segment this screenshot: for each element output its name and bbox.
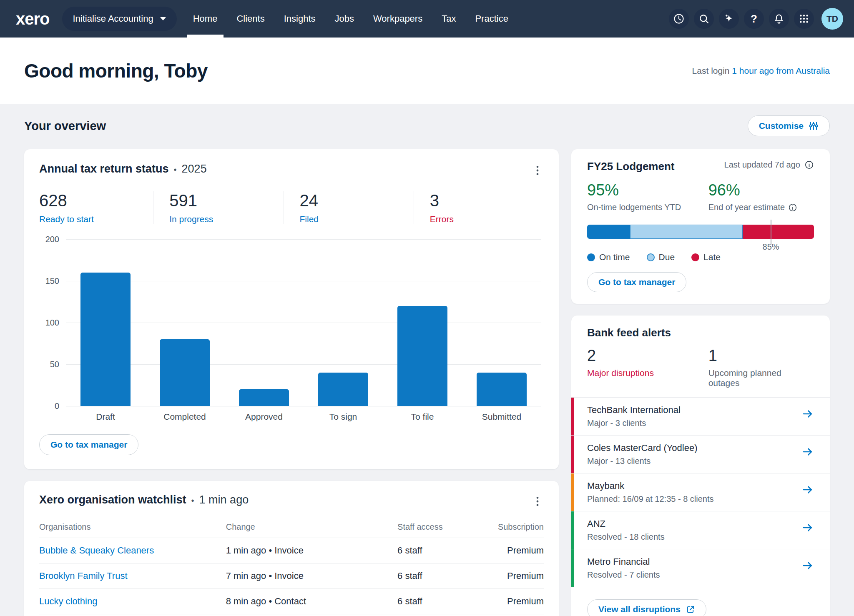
table-row: Lucky clothing 8 min ago • Contact 6 sta… — [39, 589, 544, 614]
annual-tax-return-card: Annual tax return status • 2025 628 — [24, 149, 559, 469]
bar-to-file[interactable] — [397, 306, 447, 406]
y-tick: 200 — [39, 235, 59, 244]
last-login-link[interactable]: 1 hour ago from Australia — [732, 66, 830, 75]
go-to-tax-manager-button[interactable]: Go to tax manager — [39, 434, 138, 455]
last-updated-text: Last updated 7d ago — [724, 160, 800, 170]
bar-to-sign[interactable] — [318, 373, 368, 406]
go-to-tax-manager-button[interactable]: Go to tax manager — [587, 272, 686, 292]
nav-item-clients[interactable]: Clients — [227, 0, 274, 38]
nav-item-home[interactable]: Home — [183, 0, 227, 38]
bar-draft[interactable] — [80, 273, 131, 406]
card-menu-kebab-icon[interactable] — [531, 163, 544, 180]
bank-feed-alerts-list: TechBank International Major - 3 clients… — [571, 397, 830, 587]
arrow-right-icon[interactable] — [801, 408, 814, 420]
user-avatar[interactable]: TD — [821, 8, 843, 30]
main-content: Your overview Customise Annual tax retur… — [0, 104, 854, 616]
apps-grid-icon[interactable] — [794, 9, 814, 29]
notifications-bell-icon[interactable] — [769, 9, 789, 29]
org-link[interactable]: Bubble & Squeaky Cleaners — [39, 545, 226, 556]
table-row: Bubble & Squeaky Cleaners 1 min ago • In… — [39, 538, 544, 563]
nav-item-practice[interactable]: Practice — [465, 0, 517, 38]
org-link[interactable]: Brooklyn Family Trust — [39, 571, 226, 581]
history-clock-icon[interactable] — [669, 9, 689, 29]
xero-logo[interactable]: xero — [16, 10, 50, 27]
last-login-prefix: Last login — [692, 66, 730, 75]
top-navigation-bar: xero Initialise Accounting Home Clients … — [0, 0, 854, 38]
card-period: 2025 — [182, 163, 207, 175]
y-tick: 50 — [39, 360, 59, 369]
arrow-right-icon[interactable] — [801, 521, 814, 534]
customise-button[interactable]: Customise — [748, 115, 830, 136]
stat-label-link[interactable]: Errors — [430, 214, 544, 224]
chart-bars — [66, 239, 541, 406]
tax-return-bar-chart: 200 150 100 50 0 — [39, 239, 544, 406]
bar-submitted[interactable] — [477, 373, 527, 406]
stat-end-of-year: 96% End of year estimate — [694, 181, 814, 212]
x-label: To sign — [304, 412, 383, 422]
org-selector-label: Initialise Accounting — [73, 13, 153, 24]
card-title: Annual tax return status — [39, 163, 169, 175]
stat-in-progress: 591 In progress — [153, 191, 283, 224]
x-label: Submitted — [462, 412, 541, 422]
segment-late — [743, 225, 814, 239]
org-link[interactable]: Lucky clothing — [39, 596, 226, 607]
subscription-cell: Premium — [468, 571, 544, 581]
search-icon[interactable] — [694, 9, 714, 29]
stat-label-link[interactable]: In progress — [169, 214, 283, 224]
alert-item-techbank[interactable]: TechBank International Major - 3 clients — [571, 398, 830, 435]
y-tick: 100 — [39, 318, 59, 328]
severity-bar — [571, 473, 574, 511]
card-menu-kebab-icon[interactable] — [531, 493, 544, 511]
alert-item-coles[interactable]: Coles MasterCard (Yodlee) Major - 13 cli… — [571, 435, 830, 473]
segment-due — [630, 225, 742, 239]
alert-item-anz[interactable]: ANZ Resolved - 18 clients — [571, 511, 830, 549]
card-updated: 1 min ago — [199, 493, 249, 506]
xero-dashboard: xero Initialise Accounting Home Clients … — [0, 0, 854, 616]
table-row: Brooklyn Family Trust 7 min ago • Invoic… — [39, 563, 544, 589]
alert-item-metro[interactable]: Metro Financial Resolved - 7 clients — [571, 549, 830, 587]
info-icon[interactable] — [804, 160, 814, 170]
stat-planned-outages: 1 Upcoming planned outages — [694, 347, 814, 388]
view-all-disruptions-button[interactable]: View all disruptions — [587, 599, 706, 616]
info-icon[interactable] — [788, 203, 797, 212]
arrow-right-icon[interactable] — [801, 559, 814, 572]
org-selector-dropdown[interactable]: Initialise Accounting — [62, 7, 177, 31]
card-title: Bank feed alerts — [587, 326, 671, 339]
nav-item-jobs[interactable]: Jobs — [325, 0, 364, 38]
stat-filed: 24 Filed — [284, 191, 414, 224]
legend-dot-due — [647, 253, 655, 261]
table-row: i-Fix-electro 8 min ago • Name 6 staff S… — [39, 614, 544, 616]
title-separator: • — [191, 496, 194, 506]
y-tick: 150 — [39, 276, 59, 286]
bar-completed[interactable] — [160, 339, 210, 406]
arrow-right-icon[interactable] — [801, 446, 814, 458]
stat-label-link[interactable]: Ready to start — [39, 214, 153, 224]
alert-item-maybank[interactable]: Maybank Planned: 16/09 at 12:35 - 8 clie… — [571, 473, 830, 511]
severity-bar — [571, 511, 574, 549]
lodgement-progress-bar: 85% — [587, 225, 814, 239]
baseline — [66, 406, 541, 406]
subscription-cell: Premium — [468, 545, 544, 556]
stat-ready-to-start: 628 Ready to start — [39, 191, 153, 224]
help-icon[interactable]: ? — [744, 9, 764, 29]
staff-cell: 6 staff — [397, 545, 468, 556]
bar-approved[interactable] — [239, 389, 289, 406]
column-header: Change — [226, 522, 397, 532]
arrow-right-icon[interactable] — [801, 483, 814, 496]
card-title: FY25 Lodgement — [587, 160, 674, 173]
column-header: Organisations — [39, 522, 226, 532]
chart-plot-area — [66, 239, 541, 406]
column-header: Subscription — [468, 522, 544, 532]
x-label: Draft — [66, 412, 145, 422]
primary-nav: Home Clients Insights Jobs Workpapers Ta… — [183, 0, 518, 38]
stat-label-link[interactable]: Filed — [300, 214, 414, 224]
nav-item-workpapers[interactable]: Workpapers — [364, 0, 432, 38]
x-label: Approved — [224, 412, 304, 422]
fy25-lodgement-card: FY25 Lodgement Last updated 7d ago 95% O… — [571, 149, 830, 304]
ai-sparkle-icon[interactable] — [719, 9, 739, 29]
nav-item-insights[interactable]: Insights — [274, 0, 325, 38]
x-label: Completed — [145, 412, 224, 422]
nav-item-tax[interactable]: Tax — [432, 0, 465, 38]
y-tick: 0 — [39, 401, 59, 411]
change-cell: 7 min ago • Invoice — [226, 571, 397, 581]
